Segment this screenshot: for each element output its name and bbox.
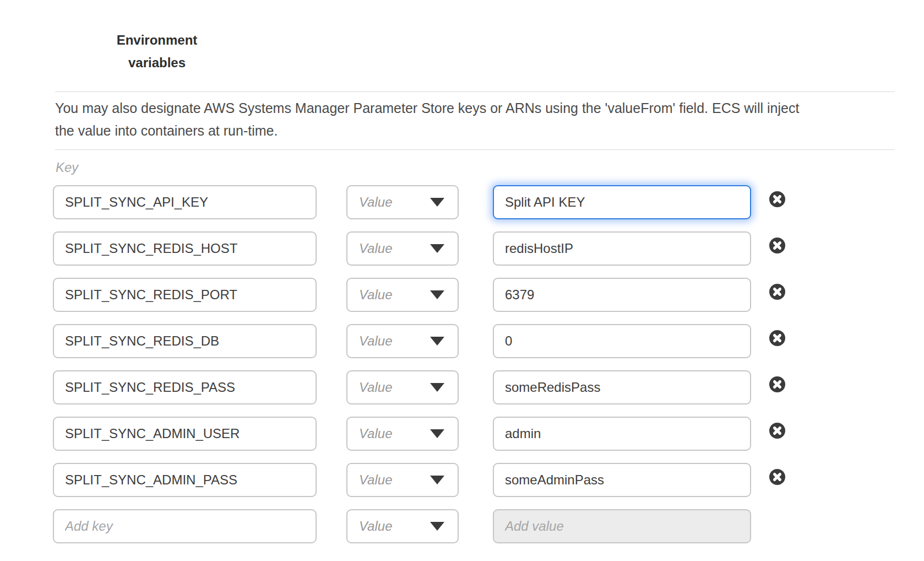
value-input[interactable] — [493, 278, 751, 312]
env-var-row: Value — [0, 324, 924, 358]
divider-middle — [55, 149, 895, 150]
env-var-row: Value — [0, 370, 924, 404]
value-type-label: Value — [359, 472, 393, 488]
remove-row-button[interactable] — [769, 423, 785, 439]
key-input[interactable] — [53, 231, 317, 266]
environment-variables-form: Environment variables You may also desig… — [0, 0, 924, 561]
value-type-dropdown[interactable]: Value — [346, 370, 459, 404]
value-type-dropdown[interactable]: Value — [346, 278, 459, 312]
value-input[interactable] — [493, 370, 751, 404]
close-icon — [769, 423, 785, 439]
remove-row-button[interactable] — [769, 191, 785, 207]
remove-row-button[interactable] — [769, 469, 785, 485]
value-input[interactable] — [493, 463, 751, 497]
value-type-label: Value — [359, 519, 393, 534]
value-type-dropdown[interactable]: Value — [346, 417, 459, 451]
key-input[interactable] — [53, 463, 317, 497]
key-input[interactable] — [53, 417, 317, 451]
value-type-label: Value — [359, 380, 393, 395]
key-input[interactable] — [53, 324, 317, 358]
value-type-dropdown[interactable]: Value — [346, 463, 459, 497]
value-type-label: Value — [359, 241, 393, 256]
value-type-dropdown[interactable]: Value — [346, 231, 459, 266]
key-input[interactable] — [53, 185, 317, 219]
value-type-dropdown[interactable]: Value — [346, 324, 459, 358]
env-var-row: Value — [0, 417, 924, 451]
value-type-label: Value — [359, 426, 393, 441]
value-type-label: Value — [359, 195, 393, 210]
value-input[interactable] — [493, 185, 751, 219]
close-icon — [769, 376, 785, 392]
add-value-input[interactable] — [493, 509, 751, 543]
key-column-label: Key — [56, 160, 78, 175]
description-text: You may also designate AWS Systems Manag… — [55, 97, 799, 142]
env-var-row: Value — [0, 278, 924, 312]
value-type-dropdown[interactable]: Value — [346, 509, 459, 543]
value-input[interactable] — [493, 231, 751, 266]
chevron-down-icon — [430, 198, 444, 207]
remove-row-button[interactable] — [769, 238, 785, 253]
close-icon — [769, 191, 785, 207]
close-icon — [769, 238, 785, 253]
value-type-dropdown[interactable]: Value — [346, 185, 459, 219]
chevron-down-icon — [430, 522, 444, 531]
key-input[interactable] — [53, 370, 317, 404]
key-input[interactable] — [53, 278, 317, 312]
env-var-row: Value — [0, 231, 924, 266]
value-input[interactable] — [493, 417, 751, 451]
chevron-down-icon — [430, 244, 444, 253]
field-label-environment-variables: Environment variables — [108, 29, 206, 74]
add-key-input[interactable] — [53, 509, 317, 543]
env-var-row: Value — [0, 185, 924, 219]
chevron-down-icon — [430, 290, 444, 299]
chevron-down-icon — [430, 429, 444, 438]
remove-row-button[interactable] — [769, 330, 785, 346]
description-line-1: You may also designate AWS Systems Manag… — [55, 97, 799, 120]
chevron-down-icon — [430, 383, 444, 392]
value-type-label: Value — [359, 287, 393, 303]
close-icon — [769, 330, 785, 346]
close-icon — [769, 469, 785, 485]
value-input[interactable] — [493, 324, 751, 358]
env-var-row: Value — [0, 509, 924, 543]
env-var-row: Value — [0, 463, 924, 497]
remove-row-button[interactable] — [769, 376, 785, 392]
chevron-down-icon — [430, 337, 444, 346]
description-line-2: the value into containers at run-time. — [55, 120, 799, 142]
chevron-down-icon — [430, 476, 444, 484]
value-type-label: Value — [359, 333, 393, 349]
divider-top — [55, 91, 895, 92]
env-var-rows: Value Value Value — [0, 185, 924, 555]
remove-row-button[interactable] — [769, 284, 785, 300]
close-icon — [769, 284, 785, 300]
